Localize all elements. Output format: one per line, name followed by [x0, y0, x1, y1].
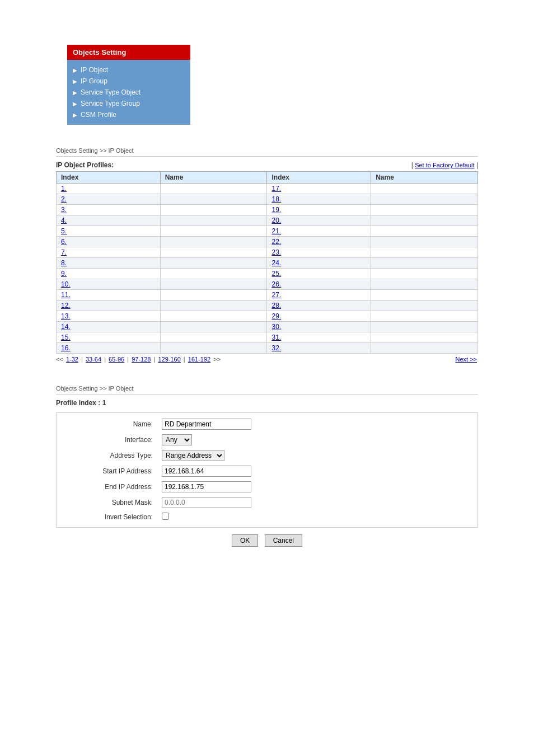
- right-index-cell: 27.: [267, 290, 371, 300]
- form-container: Name: Interface: Any WAN LAN Address Typ…: [56, 412, 478, 528]
- next-link[interactable]: Next >>: [455, 356, 477, 363]
- page-link-6[interactable]: 161-192: [188, 356, 210, 363]
- left-index-link[interactable]: 12.: [61, 302, 71, 309]
- next-button[interactable]: Next >>: [454, 356, 478, 363]
- right-index-cell: 20.: [267, 215, 371, 226]
- form-row-interface: Interface: Any WAN LAN: [57, 432, 477, 448]
- page-link-1[interactable]: 1-32: [66, 356, 78, 363]
- right-name-cell: [371, 226, 478, 237]
- left-index-link[interactable]: 3.: [61, 206, 67, 214]
- right-index-link[interactable]: 24.: [271, 259, 281, 267]
- right-index-link[interactable]: 22.: [271, 238, 281, 246]
- arrow-icon: ▶: [73, 90, 77, 96]
- left-index-link[interactable]: 8.: [61, 259, 67, 267]
- sidebar-item-label: Service Type Group: [81, 100, 140, 107]
- right-index-link[interactable]: 19.: [271, 206, 281, 214]
- left-index-link[interactable]: 16.: [61, 344, 71, 352]
- sidebar-item-label: CSM Profile: [81, 111, 116, 119]
- left-name-cell: [160, 184, 267, 194]
- name-input[interactable]: [162, 419, 251, 430]
- right-name-cell: [371, 343, 478, 354]
- left-index-link[interactable]: 14.: [61, 323, 71, 331]
- address-type-select[interactable]: Range Address Single Address Subnet Addr…: [162, 450, 224, 461]
- address-type-label: Address Type:: [57, 448, 157, 463]
- left-index-link[interactable]: 7.: [61, 248, 67, 256]
- right-name-cell: [371, 279, 478, 290]
- invert-checkbox[interactable]: [162, 513, 169, 520]
- start-ip-label: Start IP Address:: [57, 463, 157, 479]
- table-row: 6.22.: [57, 237, 478, 247]
- sidebar-item-csm-profile[interactable]: ▶ CSM Profile: [73, 109, 185, 120]
- right-index-cell: 26.: [267, 279, 371, 290]
- right-index-link[interactable]: 30.: [271, 323, 281, 331]
- right-name-cell: [371, 194, 478, 205]
- end-ip-input[interactable]: [162, 481, 251, 492]
- table-row: 8.24.: [57, 258, 478, 269]
- ip-object-table-section: Objects Setting >> IP Object IP Object P…: [56, 147, 478, 363]
- page-link-3[interactable]: 65-96: [109, 356, 124, 363]
- table-row: 12.28.: [57, 300, 478, 311]
- right-index-cell: 23.: [267, 247, 371, 258]
- start-ip-input[interactable]: [162, 466, 251, 477]
- sidebar-item-service-type-group[interactable]: ▶ Service Type Group: [73, 98, 185, 109]
- sidebar-item-service-type-object[interactable]: ▶ Service Type Object: [73, 87, 185, 98]
- sidebar-item-ip-group[interactable]: ▶ IP Group: [73, 76, 185, 87]
- arrow-icon: ▶: [73, 78, 77, 84]
- name-label: Name:: [57, 416, 157, 432]
- start-ip-value-cell: [157, 463, 477, 479]
- table-row: 15.31.: [57, 332, 478, 343]
- page-link-2[interactable]: 33-64: [86, 356, 101, 363]
- right-index-link[interactable]: 28.: [271, 302, 281, 309]
- right-index-link[interactable]: 29.: [271, 312, 281, 320]
- left-name-cell: [160, 322, 267, 332]
- right-index-link[interactable]: 31.: [271, 334, 281, 341]
- form-row-name: Name:: [57, 416, 477, 432]
- left-index-link[interactable]: 1.: [61, 185, 67, 192]
- cancel-button[interactable]: Cancel: [265, 534, 302, 547]
- left-index-link[interactable]: 9.: [61, 270, 67, 278]
- left-index-link[interactable]: 10.: [61, 280, 71, 288]
- left-index-link[interactable]: 4.: [61, 217, 67, 224]
- table-row: 2.18.: [57, 194, 478, 205]
- right-index-cell: 21.: [267, 226, 371, 237]
- right-index-cell: 19.: [267, 205, 371, 215]
- end-ip-label: End IP Address:: [57, 479, 157, 495]
- interface-select[interactable]: Any WAN LAN: [162, 434, 192, 445]
- left-name-cell: [160, 247, 267, 258]
- right-index-link[interactable]: 27.: [271, 291, 281, 299]
- ok-button[interactable]: OK: [232, 534, 258, 547]
- left-index-link[interactable]: 13.: [61, 312, 71, 320]
- page-link-4[interactable]: 97-128: [132, 356, 151, 363]
- left-index-link[interactable]: 6.: [61, 238, 67, 246]
- right-index-link[interactable]: 25.: [271, 270, 281, 278]
- arrow-icon: ▶: [73, 67, 77, 73]
- next-label-right: >>: [213, 356, 221, 363]
- right-index-link[interactable]: 32.: [271, 344, 281, 352]
- subnet-mask-input[interactable]: [162, 497, 251, 508]
- right-name-cell: [371, 300, 478, 311]
- right-index-link[interactable]: 23.: [271, 248, 281, 256]
- left-name-cell: [160, 215, 267, 226]
- right-index-link[interactable]: 17.: [271, 185, 281, 192]
- form-row-address-type: Address Type: Range Address Single Addre…: [57, 448, 477, 463]
- left-index-cell: 15.: [57, 332, 161, 343]
- ip-object-form-section: Objects Setting >> IP Object Profile Ind…: [56, 385, 478, 547]
- left-index-link[interactable]: 11.: [61, 291, 71, 299]
- left-index-link[interactable]: 15.: [61, 334, 71, 341]
- sidebar-title: Objects Setting: [67, 45, 190, 60]
- left-index-cell: 12.: [57, 300, 161, 311]
- right-index-link[interactable]: 20.: [271, 217, 281, 224]
- right-index-link[interactable]: 21.: [271, 227, 281, 235]
- form-row-invert: Invert Selection:: [57, 510, 477, 524]
- left-index-link[interactable]: 5.: [61, 227, 67, 235]
- right-index-link[interactable]: 18.: [271, 195, 281, 203]
- right-index-link[interactable]: 26.: [271, 280, 281, 288]
- profile-index: Profile Index : 1: [56, 399, 478, 407]
- left-index-cell: 8.: [57, 258, 161, 269]
- table-row: 13.29.: [57, 311, 478, 322]
- sidebar-item-ip-object[interactable]: ▶ IP Object: [73, 64, 185, 76]
- left-index-link[interactable]: 2.: [61, 195, 67, 203]
- page-link-5[interactable]: 129-160: [158, 356, 180, 363]
- factory-default-link[interactable]: Set to Factory Default: [415, 162, 474, 168]
- left-name-cell: [160, 237, 267, 247]
